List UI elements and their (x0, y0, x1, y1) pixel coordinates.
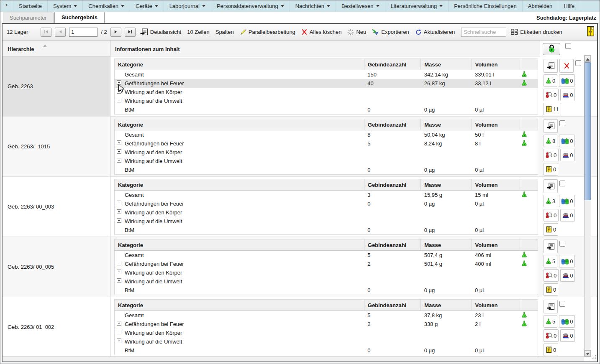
category-row[interactable]: Wirkung auf den Körper (115, 88, 538, 97)
category-row[interactable]: Gefährdungen bei Feuer2501,4 g400 ml (115, 260, 538, 268)
equipment-count-button[interactable]: 0 (560, 269, 575, 282)
menu-item-bestellwesen[interactable]: Bestellwesen (336, 0, 385, 12)
tab-suchparameter[interactable]: Suchparameter (3, 13, 54, 23)
category-row[interactable]: Wirkung auf die Umwelt (115, 157, 538, 165)
substance-search-count-button[interactable]: 0 (544, 149, 559, 161)
cabinet-count-button[interactable]: 0 (544, 283, 558, 296)
menu-item-personaldatenverwaltung[interactable]: Personaldatenverwaltung (211, 0, 290, 12)
select-all-checkbox[interactable] (565, 43, 571, 49)
refresh-button[interactable]: Aktualisieren (414, 28, 456, 36)
previous-page-button[interactable] (55, 28, 66, 37)
containers-count-button[interactable]: 0 (544, 74, 557, 87)
category-row[interactable]: Gesamt315,95 g15 ml (115, 191, 538, 200)
category-row[interactable]: Gesamt150342,14 kg339,01 l (115, 70, 538, 79)
category-row[interactable]: Wirkung auf die Umwelt (115, 217, 538, 226)
expand-icon[interactable] (117, 209, 121, 214)
tab-suchergebnis[interactable]: Suchergebnis (54, 12, 105, 23)
category-row[interactable]: BtM00 µg0 µl (115, 165, 538, 175)
protection-count-button[interactable]: 0 (559, 74, 575, 87)
hierarchy-cell[interactable]: Geb. 2263/ -1015 (3, 117, 110, 176)
category-row[interactable]: BtM00 µg0 µl (115, 346, 538, 355)
row-delete-button[interactable] (559, 59, 574, 73)
expand-icon[interactable] (117, 330, 121, 334)
cabinet-count-button[interactable]: 0 (544, 163, 558, 176)
quick-search-input[interactable] (461, 28, 506, 37)
expand-icon[interactable] (117, 339, 121, 343)
expand-icon[interactable] (117, 98, 121, 102)
export-button[interactable]: Exportieren (371, 28, 410, 36)
category-row[interactable]: Gefährdungen bei Feuer2338 g2 l (115, 320, 538, 328)
expand-icon[interactable] (117, 201, 121, 205)
cabinet-count-button[interactable]: 11 (544, 103, 561, 115)
expand-icon[interactable] (117, 270, 121, 274)
hierarchy-cell[interactable]: Geb. 2263/ 00_003 (3, 177, 110, 237)
equipment-count-button[interactable]: 0 (560, 209, 575, 221)
cabinet-count-button[interactable]: 0 (544, 344, 558, 356)
category-row[interactable]: BtM00 µg0 µl (115, 286, 538, 295)
detail-view-button[interactable]: Detailansicht (139, 28, 182, 36)
menu-item-chemikalien[interactable]: Chemikalien (83, 0, 130, 12)
category-row[interactable]: Wirkung auf die Umwelt (115, 277, 538, 286)
row-select-checkbox[interactable] (559, 241, 565, 247)
expand-icon[interactable] (117, 261, 121, 265)
equipment-count-button[interactable]: 0 (560, 329, 575, 342)
category-row[interactable]: Gesamt5507,4 g406 ml (115, 251, 538, 260)
expand-icon[interactable] (117, 89, 121, 94)
protection-count-button[interactable]: 0 (559, 315, 575, 328)
containers-count-button[interactable]: 5 (544, 315, 557, 328)
cabinet-count-button[interactable]: 0 (544, 223, 558, 236)
menu-item-pers-nliche-einstellungen[interactable]: Persönliche Einstellungen (449, 0, 523, 12)
menu-item-system[interactable]: System (48, 0, 83, 12)
scroll-up-button[interactable] (585, 56, 591, 62)
page-number-input[interactable] (69, 28, 97, 37)
expand-icon[interactable] (117, 321, 121, 326)
category-row[interactable]: Gesamt850,04 kg50 l (115, 130, 538, 140)
substance-search-count-button[interactable]: 0 (544, 89, 559, 101)
substance-search-count-button[interactable]: 0 (544, 269, 559, 282)
row-select-checkbox[interactable] (575, 60, 581, 66)
category-row[interactable]: Wirkung auf den Körper (115, 328, 538, 337)
expand-icon[interactable] (117, 140, 121, 145)
substance-search-count-button[interactable]: 0 (544, 329, 559, 342)
row-select-checkbox[interactable] (559, 301, 565, 307)
hierarchy-cell[interactable]: Geb. 2263/ 00_005 (3, 237, 110, 297)
vertical-scrollbar[interactable] (584, 55, 591, 357)
parallel-edit-button[interactable]: Parallelbearbeitung (238, 28, 297, 36)
columns-button[interactable]: Spalten (214, 28, 235, 36)
category-row[interactable]: Gesamt537,8 kg23 l (115, 311, 538, 320)
equipment-count-button[interactable]: 0 (560, 89, 575, 101)
menu-item-literaturverwaltung[interactable]: Literaturverwaltung (385, 0, 449, 12)
rows-per-page-button[interactable]: 10 Zeilen (186, 28, 210, 36)
row-select-checkbox[interactable] (559, 120, 565, 126)
category-row[interactable]: Wirkung auf die Umwelt (115, 337, 538, 346)
lock-button[interactable] (543, 43, 560, 55)
row-details-button[interactable] (544, 59, 558, 73)
storage-cabinet-button[interactable] (586, 26, 595, 38)
row-select-checkbox[interactable] (559, 181, 565, 186)
menu-item-abmelden[interactable]: Abmelden (523, 0, 559, 12)
menu-item-hilfe[interactable]: Hilfe (558, 0, 580, 12)
delete-all-button[interactable]: Alles löschen (300, 28, 343, 36)
hierarchy-cell[interactable]: Geb. 2263 (3, 56, 110, 116)
first-page-button[interactable] (41, 28, 51, 37)
print-labels-button[interactable]: Etiketten drucken (510, 28, 563, 36)
row-details-button[interactable] (544, 119, 558, 133)
row-details-button[interactable] (544, 239, 558, 253)
category-row[interactable]: Wirkung auf den Körper (115, 268, 538, 277)
containers-count-button[interactable]: 8 (544, 135, 557, 147)
menu-item-startseite[interactable]: Startseite (13, 0, 48, 12)
protection-count-button[interactable]: 0 (559, 195, 575, 207)
containers-count-button[interactable]: 5 (544, 255, 557, 267)
equipment-count-button[interactable]: 0 (560, 149, 575, 161)
category-row[interactable]: Gefährdungen bei Feuer00 µg0 µl (115, 199, 538, 208)
category-row[interactable]: Gefährdungen bei Feuer4026,87 kg33,12 l (115, 79, 538, 88)
category-row[interactable]: BtM00 µg0 µl (115, 105, 538, 115)
substance-search-count-button[interactable]: 0 (544, 209, 559, 221)
expand-icon[interactable] (117, 80, 121, 85)
row-details-button[interactable] (544, 179, 558, 193)
protection-count-button[interactable]: 0 (559, 135, 575, 147)
category-row[interactable]: Wirkung auf die Umwelt (115, 97, 538, 105)
expand-icon[interactable] (117, 149, 121, 154)
menu-item-star[interactable]: * (0, 0, 13, 12)
new-button[interactable]: Neu (346, 28, 367, 36)
